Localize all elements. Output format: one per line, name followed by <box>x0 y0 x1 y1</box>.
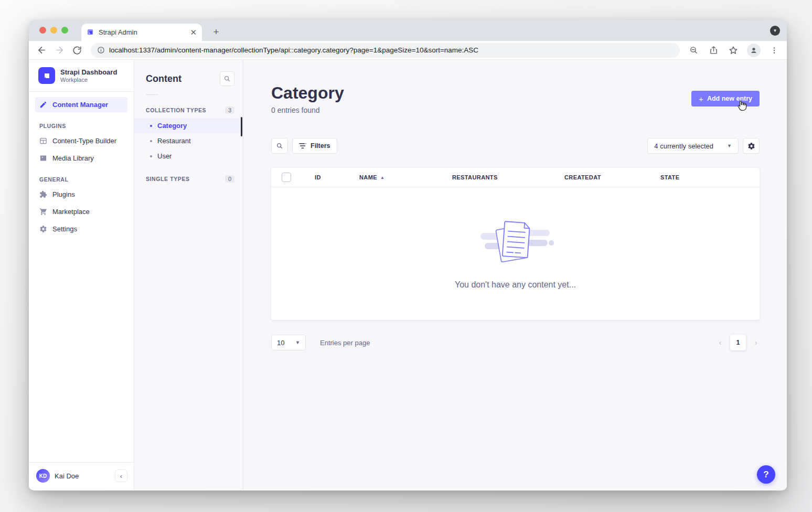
browser-window: Strapi Admin ✕ + ▼ localhost:1337/admin/… <box>29 20 787 490</box>
help-button[interactable]: ? <box>757 465 775 484</box>
entries-table: ID NAME ▲ RESTAURANTS CREATEDAT STATE <box>271 168 760 320</box>
subnav-search-button[interactable] <box>220 71 234 86</box>
strapi-favicon <box>87 28 94 36</box>
subnav-divider <box>146 94 158 95</box>
sidebar-item-media-library[interactable]: Media Library <box>35 151 127 166</box>
subnav-item-label: User <box>157 152 172 160</box>
sidebar-item-label: Media Library <box>52 154 94 162</box>
sidebar-section-plugins: PLUGINS <box>35 114 127 133</box>
column-header-id[interactable]: ID <box>315 174 359 180</box>
subnav-item-label: Category <box>157 122 187 130</box>
add-new-entry-button[interactable]: + Add new entry <box>691 91 760 106</box>
previous-page-icon[interactable]: ‹ <box>717 338 724 347</box>
content-subnav: Content COLLECTION TYPES 3 Category Rest… <box>134 60 243 490</box>
collapse-sidebar-button[interactable]: ‹ <box>115 470 127 482</box>
filter-icon <box>299 143 306 149</box>
sidebar-item-content-type-builder[interactable]: Content-Type Builder <box>35 133 127 148</box>
pagination: ‹ 1 › <box>717 335 760 350</box>
browser-profile-avatar[interactable] <box>747 44 761 57</box>
sidebar-item-settings[interactable]: Settings <box>35 221 127 237</box>
subnav-title: Content <box>146 73 181 84</box>
browser-toolbar: localhost:1337/admin/content-manager/col… <box>29 41 787 60</box>
subnav-scrollbar-thumb[interactable] <box>241 117 242 136</box>
traffic-lights <box>39 27 68 34</box>
minimize-window-button[interactable] <box>50 27 57 34</box>
fields-select[interactable]: 4 currently selected ▼ <box>647 138 739 154</box>
gear-icon <box>39 225 47 233</box>
sidebar-footer: KD Kai Doe ‹ <box>29 462 134 490</box>
column-header-name[interactable]: NAME <box>359 174 377 180</box>
empty-content-illustration <box>477 218 554 266</box>
view-settings-button[interactable] <box>743 138 760 154</box>
brand-name: Strapi Dashboard <box>60 68 117 77</box>
browser-menu-icon[interactable] <box>768 44 781 57</box>
share-icon[interactable] <box>707 44 720 57</box>
column-header-restaurants[interactable]: RESTAURANTS <box>452 174 564 180</box>
subnav-item-label: Restaurant <box>157 137 191 145</box>
brand-block[interactable]: Strapi Dashboard Workplace <box>29 60 134 92</box>
entries-per-page-label: Entries per page <box>320 339 370 347</box>
search-button[interactable] <box>271 138 288 154</box>
user-avatar[interactable]: KD <box>36 469 50 483</box>
sidebar-item-content-manager[interactable]: Content Manager <box>35 97 127 112</box>
layout-icon <box>39 137 47 145</box>
sidebar-item-label: Plugins <box>52 190 75 198</box>
close-window-button[interactable] <box>39 27 46 34</box>
toolbar-right-icons <box>687 44 781 57</box>
main-sidebar: Strapi Dashboard Workplace Content Manag… <box>29 60 134 490</box>
main-content: Category 0 entries found + Add new entry… <box>243 60 787 490</box>
bullet-icon <box>150 125 152 127</box>
sidebar-item-label: Content Manager <box>52 101 108 109</box>
page-size-select[interactable]: 10 ▼ <box>271 335 306 350</box>
back-icon[interactable] <box>35 44 48 57</box>
pen-icon <box>39 101 47 109</box>
page-size-value: 10 <box>277 339 284 347</box>
entries-count: 0 entries found <box>271 106 344 114</box>
single-types-count: 0 <box>225 175 234 183</box>
filters-button[interactable]: Filters <box>292 138 337 154</box>
cart-icon <box>39 208 47 216</box>
strapi-admin-app: Strapi Dashboard Workplace Content Manag… <box>29 60 787 490</box>
column-header-createdat[interactable]: CREATEDAT <box>564 174 660 180</box>
sidebar-item-marketplace[interactable]: Marketplace <box>35 204 127 219</box>
empty-state: You don't have any content yet... <box>271 187 760 320</box>
next-page-icon[interactable]: › <box>752 338 760 347</box>
subnav-item-user[interactable]: User <box>134 148 243 164</box>
brand-workspace: Workplace <box>60 77 117 83</box>
bullet-icon <box>150 140 152 142</box>
collection-types-count: 3 <box>225 106 234 114</box>
plus-icon: + <box>699 94 703 103</box>
forward-icon[interactable] <box>53 44 66 57</box>
sidebar-item-label: Settings <box>52 225 77 233</box>
page-number[interactable]: 1 <box>730 335 746 350</box>
bookmark-star-icon[interactable] <box>727 44 740 57</box>
tab-title: Strapi Admin <box>99 28 186 36</box>
tab-close-icon[interactable]: ✕ <box>190 28 197 36</box>
image-icon <box>39 154 47 162</box>
recording-indicator-icon[interactable]: ▼ <box>770 26 780 36</box>
sidebar-section-general: GENERAL <box>35 168 127 187</box>
subnav-item-restaurant[interactable]: Restaurant <box>134 133 243 148</box>
strapi-logo <box>38 67 55 84</box>
new-tab-button[interactable]: + <box>209 25 223 39</box>
site-info-icon[interactable] <box>97 46 105 54</box>
select-all-checkbox[interactable] <box>282 173 291 182</box>
page-title: Category <box>271 84 344 102</box>
maximize-window-button[interactable] <box>61 27 68 34</box>
sort-ascending-icon[interactable]: ▲ <box>380 175 384 180</box>
table-header-row: ID NAME ▲ RESTAURANTS CREATEDAT STATE <box>271 168 760 187</box>
zoom-icon[interactable] <box>687 44 700 57</box>
single-types-label: SINGLE TYPES <box>146 176 190 182</box>
sidebar-item-plugins[interactable]: Plugins <box>35 187 127 202</box>
sidebar-item-label: Marketplace <box>52 208 90 216</box>
reload-icon[interactable] <box>71 44 83 57</box>
url-bar[interactable]: localhost:1337/admin/content-manager/col… <box>91 43 680 58</box>
empty-state-message: You don't have any content yet... <box>455 280 576 290</box>
column-header-state[interactable]: STATE <box>660 174 749 180</box>
fields-select-value: 4 currently selected <box>654 142 713 150</box>
browser-tab[interactable]: Strapi Admin ✕ <box>81 24 202 41</box>
subnav-item-category[interactable]: Category <box>134 118 243 133</box>
browser-tab-strip: Strapi Admin ✕ + ▼ <box>29 20 787 41</box>
collection-types-label: COLLECTION TYPES <box>146 107 206 113</box>
url-text: localhost:1337/admin/content-manager/col… <box>109 46 478 54</box>
